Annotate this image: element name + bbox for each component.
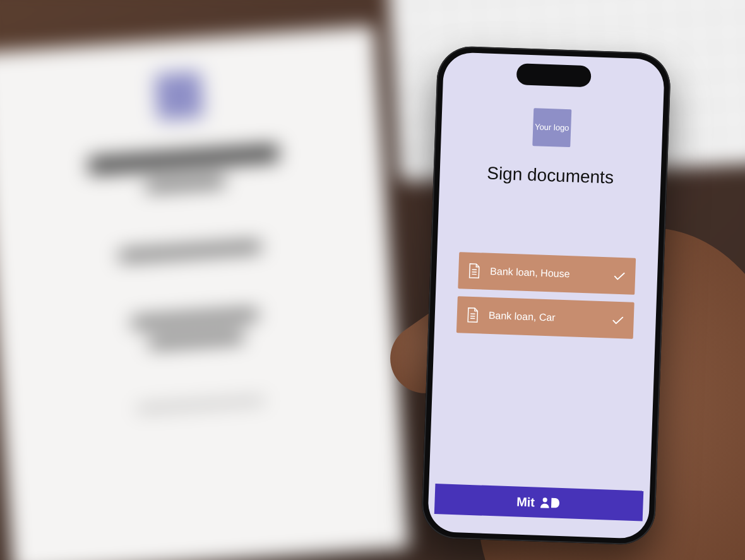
brand-logo-tile: Your logo xyxy=(532,108,571,147)
document-icon xyxy=(467,263,482,280)
mitid-icon xyxy=(540,496,562,510)
paper-document xyxy=(0,26,410,560)
phone-screen: Your logo Sign documents Bank loan, Hous… xyxy=(427,52,665,539)
document-list: Bank loan, House Bank loan, Car xyxy=(456,252,636,339)
document-label: Bank loan, Car xyxy=(489,310,612,326)
document-item-house[interactable]: Bank loan, House xyxy=(458,252,636,295)
document-icon xyxy=(465,307,480,324)
check-icon xyxy=(612,269,627,283)
document-label: Bank loan, House xyxy=(490,266,613,282)
sign-button-label: Mit xyxy=(516,494,535,509)
svg-point-0 xyxy=(543,497,547,502)
check-icon xyxy=(611,313,625,328)
dynamic-island xyxy=(516,63,592,87)
phone-frame: Your logo Sign documents Bank loan, Hous… xyxy=(421,45,672,545)
sign-mitid-button[interactable]: Mit xyxy=(434,484,643,521)
document-item-car[interactable]: Bank loan, Car xyxy=(456,296,635,339)
page-title: Sign documents xyxy=(487,164,614,188)
